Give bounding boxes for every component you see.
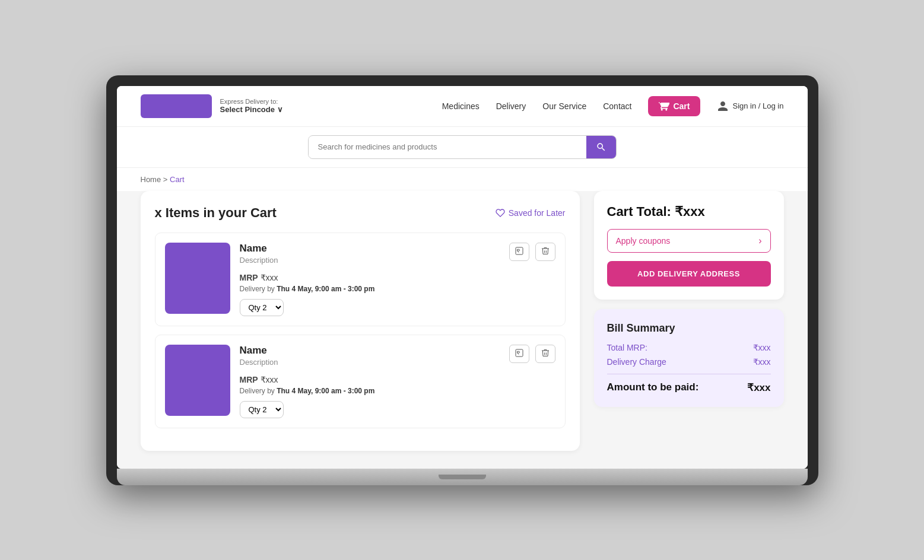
cart-total-box: Cart Total: ₹xxx Apply coupons › ADD DEL… <box>594 191 784 300</box>
bill-summary-box: Bill Summary Total MRP: ₹xxx Delivery Ch… <box>594 309 784 407</box>
nav-medicines[interactable]: Medicines <box>442 101 480 111</box>
item-image-1 <box>165 243 230 314</box>
header-nav: Medicines Delivery Our Service Contact C… <box>442 96 784 116</box>
bill-mrp-label: Total MRP: <box>607 343 647 352</box>
breadcrumb-home[interactable]: Home <box>141 175 161 184</box>
qty-select-1[interactable]: Qty 2 Qty 1 Qty 3 <box>240 299 284 316</box>
qty-select-2[interactable]: Qty 2 Qty 1 Qty 3 <box>240 401 284 418</box>
nav-our-service[interactable]: Our Service <box>542 101 586 111</box>
delivery-date-1: Thu 4 May, 9:00 am - 3:00 pm <box>277 285 374 293</box>
main-content: x Items in your Cart Saved for Later Nam… <box>117 191 808 469</box>
add-address-button[interactable]: ADD DELIVERY ADDRESS <box>607 261 771 287</box>
search-input[interactable] <box>309 136 586 157</box>
bill-delivery-label: Delivery Charge <box>607 357 666 367</box>
item-name-2: Name <box>240 345 278 357</box>
item-top-2: Name Description <box>240 345 555 367</box>
bill-summary-title: Bill Summary <box>607 322 771 335</box>
bill-total-row: Amount to be paid: ₹xxx <box>607 381 771 394</box>
qty-dropdown-2: Qty 2 Qty 1 Qty 3 <box>240 401 555 418</box>
cart-total-title: Cart Total: ₹xxx <box>607 204 771 219</box>
header-left: Express Delivery to: Select Pincode ∨ <box>141 94 283 118</box>
search-wrapper <box>117 127 808 168</box>
logo <box>141 94 212 118</box>
rx-icon-2[interactable] <box>509 345 529 363</box>
coupon-label: Apply coupons <box>616 236 759 246</box>
coupon-arrow-icon: › <box>758 236 761 246</box>
bill-divider <box>607 374 771 374</box>
item-image-2 <box>165 345 230 416</box>
item-price-row-1: MRP ₹xxx <box>240 273 555 282</box>
bill-total-label: Amount to be paid: <box>607 381 699 394</box>
qty-dropdown-1: Qty 2 Qty 1 Qty 3 <box>240 299 555 316</box>
cart-title: x Items in your Cart <box>155 205 277 221</box>
delivery-date-2: Thu 4 May, 9:00 am - 3:00 pm <box>277 387 374 395</box>
item-details-2: Name Description <box>240 345 555 418</box>
coupon-row[interactable]: Apply coupons › <box>607 229 771 253</box>
delivery-info: Express Delivery to: Select Pincode ∨ <box>220 98 283 114</box>
delete-icon-1[interactable] <box>535 243 555 261</box>
item-name-1: Name <box>240 243 278 254</box>
cart-button[interactable]: Cart <box>648 96 700 116</box>
bill-row-mrp: Total MRP: ₹xxx <box>607 343 771 352</box>
delivery-label: Express Delivery to: <box>220 98 283 105</box>
header: Express Delivery to: Select Pincode ∨ Me… <box>117 86 808 127</box>
breadcrumb: Home > Cart <box>117 168 808 191</box>
cart-header: x Items in your Cart Saved for Later <box>155 205 566 221</box>
breadcrumb-current: Cart <box>170 175 185 184</box>
signin-label: Sign in / Log in <box>732 101 783 110</box>
item-name-desc-1: Name Description <box>240 243 278 265</box>
item-top-1: Name Description <box>240 243 555 265</box>
cart-btn-label: Cart <box>673 101 690 111</box>
search-button[interactable] <box>586 136 616 158</box>
bill-delivery-value: ₹xxx <box>753 357 771 367</box>
search-bar <box>308 135 617 159</box>
item-details-1: Name Description <box>240 243 555 316</box>
bill-total-value: ₹xxx <box>747 381 770 394</box>
bill-row-delivery: Delivery Charge ₹xxx <box>607 357 771 367</box>
cart-item-1: Name Description <box>155 233 566 326</box>
item-actions-2 <box>509 345 555 363</box>
item-delivery-1: Delivery by Thu 4 May, 9:00 am - 3:00 pm <box>240 285 555 293</box>
breadcrumb-separator: > <box>163 175 168 184</box>
item-actions-1 <box>509 243 555 261</box>
saved-later-label: Saved for Later <box>509 208 566 218</box>
item-name-desc-2: Name Description <box>240 345 278 367</box>
rx-icon-1[interactable] <box>509 243 529 261</box>
cart-item-2: Name Description <box>155 335 566 428</box>
cart-section: x Items in your Cart Saved for Later Nam… <box>141 191 580 451</box>
saved-for-later[interactable]: Saved for Later <box>496 208 566 218</box>
item-delivery-2: Delivery by Thu 4 May, 9:00 am - 3:00 pm <box>240 387 555 395</box>
delete-icon-2[interactable] <box>535 345 555 363</box>
nav-delivery[interactable]: Delivery <box>496 101 526 111</box>
nav-contact[interactable]: Contact <box>603 101 631 111</box>
bill-mrp-value: ₹xxx <box>753 343 771 352</box>
delivery-pincode[interactable]: Select Pincode ∨ <box>220 105 283 114</box>
signin-link[interactable]: Sign in / Log in <box>717 100 783 112</box>
item-desc-1: Description <box>240 256 278 265</box>
item-price-row-2: MRP ₹xxx <box>240 375 555 384</box>
item-desc-2: Description <box>240 358 278 367</box>
right-panel: Cart Total: ₹xxx Apply coupons › ADD DEL… <box>594 191 784 451</box>
